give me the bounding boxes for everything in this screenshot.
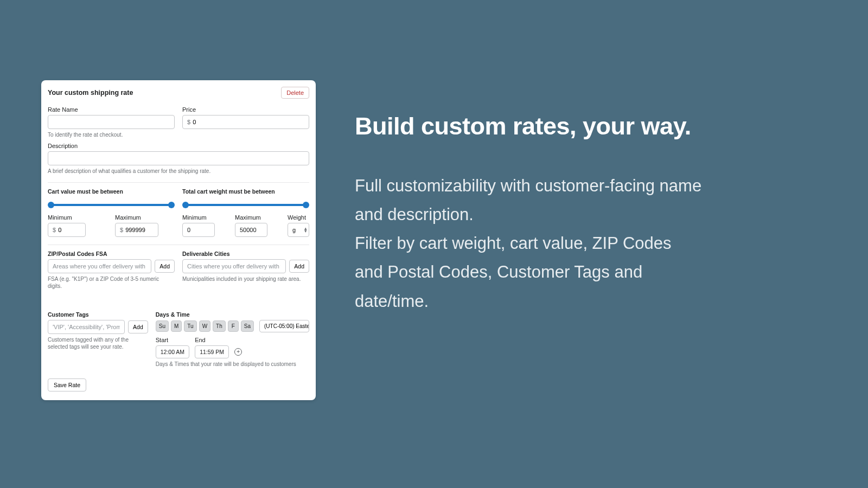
rate-name-help: To identify the rate at checkout.	[48, 131, 309, 138]
end-label: End	[195, 337, 229, 343]
description-input[interactable]	[48, 151, 309, 165]
tags-add-button[interactable]: Add	[128, 320, 148, 333]
cart-weight-label: Total cart weight must be between	[182, 188, 309, 195]
day-chip-su[interactable]: Su	[156, 320, 169, 332]
cart-value-min-input[interactable]: $	[48, 223, 86, 237]
day-chip-w[interactable]: W	[199, 320, 210, 332]
price-label: Price	[182, 106, 309, 113]
cities-help: Municipalities included in your shipping…	[182, 275, 309, 282]
zip-label: ZIP/Postal Codes FSA	[48, 251, 175, 257]
cart-value-min-label: Minimum	[48, 214, 107, 221]
day-chip-f[interactable]: F	[228, 320, 239, 332]
rate-name-input[interactable]	[48, 115, 175, 129]
timezone-button[interactable]: (UTC-05:00) Eastern T	[259, 320, 309, 332]
schedule-label: Days & Time	[156, 311, 309, 318]
zip-input[interactable]	[48, 259, 151, 273]
cities-add-button[interactable]: Add	[289, 260, 309, 273]
cart-value-slider[interactable]	[49, 201, 174, 209]
cart-value-thumb-min[interactable]	[48, 202, 54, 208]
description-label: Description	[48, 143, 309, 149]
add-time-range-icon[interactable]: +	[234, 348, 242, 356]
start-label: Start	[156, 337, 189, 343]
weight-unit-select[interactable]: g ▴▾	[288, 223, 309, 237]
cart-value-max-input[interactable]: $	[115, 223, 158, 237]
tags-input[interactable]	[48, 320, 125, 334]
start-time-input[interactable]: 12:00 AM	[156, 345, 189, 358]
cart-value-label: Cart value must be between	[48, 188, 175, 195]
cart-weight-thumb-min[interactable]	[182, 202, 189, 208]
cart-weight-slider[interactable]	[183, 201, 308, 209]
card-title: Your custom shipping rate	[48, 89, 133, 97]
save-rate-button[interactable]: Save Rate	[48, 378, 86, 391]
currency-prefix: $	[187, 119, 190, 125]
zip-help: FSA (e.g. "K1P") or a ZIP Code of 3-5 nu…	[48, 275, 175, 290]
day-chip-sa[interactable]: Sa	[241, 320, 254, 332]
cart-value-max-label: Maximum	[115, 214, 175, 221]
zip-add-button[interactable]: Add	[155, 260, 175, 273]
marketing-headline: Build custom rates, your way.	[355, 113, 702, 140]
cities-input[interactable]	[182, 259, 286, 273]
day-chip-m[interactable]: M	[171, 320, 182, 332]
cart-weight-max-label: Maximum	[235, 214, 280, 221]
shipping-rate-card: Your custom shipping rate Delete Rate Na…	[41, 80, 316, 400]
end-time-input[interactable]: 11:59 PM	[195, 345, 229, 358]
cart-weight-max-input[interactable]	[235, 223, 267, 237]
price-value-input[interactable]	[193, 119, 304, 125]
cart-weight-unit-label: Weight	[288, 214, 309, 221]
schedule-help: Days & Times that your rate will be disp…	[156, 361, 309, 368]
description-help: A brief description of what qualifies a …	[48, 168, 309, 175]
day-chip-tu[interactable]: Tu	[184, 320, 196, 332]
tags-help: Customers tagged with any of the selecte…	[48, 336, 148, 350]
day-chip-th[interactable]: Th	[213, 320, 226, 332]
tags-label: Customer Tags	[48, 311, 148, 318]
rate-name-label: Rate Name	[48, 106, 175, 113]
marketing-body: Full customizability with customer-facin…	[355, 171, 702, 316]
cart-weight-min-input[interactable]	[182, 223, 215, 237]
cart-weight-min-label: Minimum	[182, 214, 227, 221]
cart-weight-thumb-max[interactable]	[303, 202, 309, 208]
delete-button[interactable]: Delete	[281, 87, 309, 99]
cities-label: Deliverable Cities	[182, 251, 309, 257]
price-input[interactable]: $	[182, 115, 309, 129]
cart-value-thumb-max[interactable]	[168, 202, 175, 208]
